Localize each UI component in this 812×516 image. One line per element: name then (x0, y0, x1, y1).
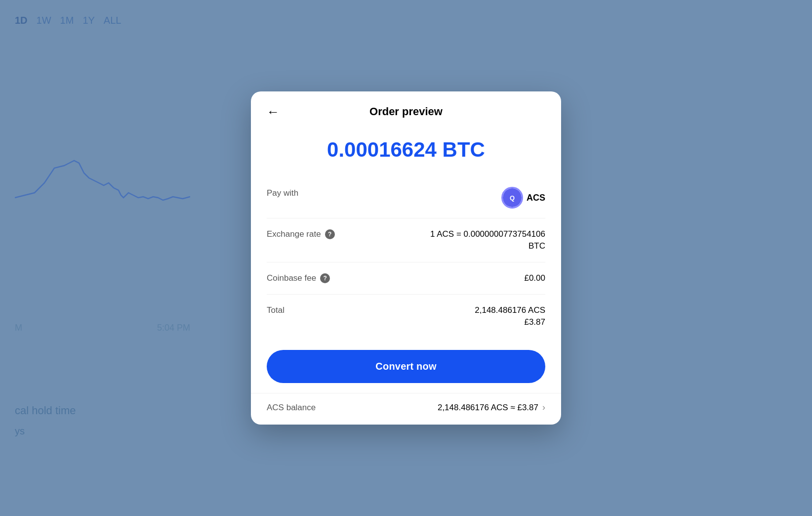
details-section: Pay with Q ACS Exchange rate ? 1 ACS = 0… (251, 177, 561, 338)
coinbase-fee-label: Coinbase fee ? (267, 273, 330, 283)
exchange-rate-label: Exchange rate ? (267, 229, 335, 239)
total-value: 2,148.486176 ACS £3.87 (475, 305, 545, 327)
acs-balance-row[interactable]: ACS balance 2,148.486176 ACS ≈ £3.87 › (251, 393, 561, 425)
convert-button-section: Convert now (251, 338, 561, 393)
modal-title: Order preview (369, 105, 443, 118)
order-preview-modal: ← Order preview 0.00016624 BTC Pay with … (251, 91, 561, 425)
modal-header: ← Order preview (251, 91, 561, 128)
chevron-right-icon: › (542, 402, 545, 413)
balance-amount: 2,148.486176 ACS ≈ £3.87 (438, 403, 538, 413)
coinbase-fee-row: Coinbase fee ? £0.00 (267, 262, 545, 295)
convert-now-button[interactable]: Convert now (267, 350, 545, 383)
acs-currency-label: ACS (527, 193, 545, 203)
exchange-rate-value: 1 ACS = 0.0000000773754106 BTC (430, 229, 545, 251)
exchange-rate-row: Exchange rate ? 1 ACS = 0.00000007737541… (267, 218, 545, 262)
acs-icon: Q (503, 188, 522, 207)
svg-point-0 (508, 194, 516, 202)
pay-with-row: Pay with Q ACS (267, 177, 545, 218)
balance-label: ACS balance (267, 403, 316, 413)
total-label: Total (267, 305, 284, 315)
exchange-rate-help-icon[interactable]: ? (325, 229, 335, 239)
pay-with-label: Pay with (267, 188, 298, 198)
balance-value: 2,148.486176 ACS ≈ £3.87 › (438, 402, 545, 413)
total-row: Total 2,148.486176 ACS £3.87 (267, 295, 545, 338)
coinbase-fee-help-icon[interactable]: ? (320, 273, 330, 283)
svg-text:Q: Q (510, 194, 515, 202)
pay-with-value: Q ACS (503, 188, 545, 207)
back-button[interactable]: ← (267, 105, 280, 118)
btc-amount: 0.00016624 BTC (251, 128, 561, 177)
coinbase-fee-value: £0.00 (524, 273, 545, 283)
